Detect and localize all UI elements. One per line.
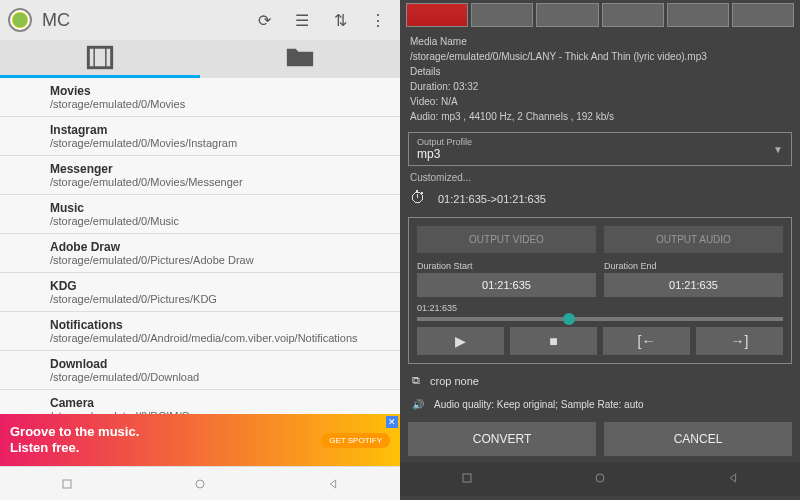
crop-row[interactable]: ⧉ crop none bbox=[400, 368, 800, 393]
recent-icon[interactable] bbox=[59, 476, 75, 492]
duration-text: Duration: 03:32 bbox=[410, 79, 790, 94]
right-phone: Media Name /storage/emulated/0/Music/LAN… bbox=[400, 0, 800, 500]
android-navbar bbox=[400, 462, 800, 496]
trim-start-button[interactable]: [← bbox=[603, 327, 690, 355]
list-icon[interactable]: ☰ bbox=[288, 6, 316, 34]
chevron-down-icon: ▼ bbox=[773, 144, 783, 155]
tab-video[interactable] bbox=[0, 40, 200, 78]
media-info: Media Name /storage/emulated/0/Music/LAN… bbox=[400, 30, 800, 128]
duration-start-label: Duration Start bbox=[417, 261, 596, 271]
list-item[interactable]: Notifications/storage/emulated/0/Android… bbox=[0, 312, 400, 351]
ad-cta-button[interactable]: GET SPOTIFY bbox=[321, 433, 390, 448]
seek-slider-row: 01:21:635 bbox=[417, 303, 783, 321]
refresh-icon[interactable]: ⟳ bbox=[250, 6, 278, 34]
details-label: Details bbox=[410, 64, 790, 79]
list-item[interactable]: Adobe Draw/storage/emulated/0/Pictures/A… bbox=[0, 234, 400, 273]
stop-button[interactable]: ■ bbox=[510, 327, 597, 355]
time-range-row: ⏱ 01:21:635->01:21:635 bbox=[400, 185, 800, 213]
tabs bbox=[0, 40, 400, 78]
home-icon[interactable] bbox=[192, 476, 208, 492]
app-logo-icon bbox=[8, 8, 32, 32]
audio-text: Audio: mp3 , 44100 Hz, 2 Channels , 192 … bbox=[410, 109, 790, 124]
duration-end-label: Duration End bbox=[604, 261, 783, 271]
thumbnail[interactable] bbox=[536, 3, 598, 27]
thumbnail[interactable] bbox=[602, 3, 664, 27]
duration-start-value[interactable]: 01:21:635 bbox=[417, 273, 596, 297]
list-item[interactable]: Movies/storage/emulated/0/Movies bbox=[0, 78, 400, 117]
profile-label: Output Profile bbox=[417, 137, 773, 147]
svg-point-6 bbox=[596, 474, 604, 482]
crop-icon: ⧉ bbox=[412, 374, 420, 387]
clock-icon[interactable]: ⏱ bbox=[410, 189, 430, 209]
back-icon[interactable] bbox=[325, 476, 341, 492]
video-text: Video: N/A bbox=[410, 94, 790, 109]
home-icon[interactable] bbox=[592, 470, 608, 489]
sort-icon[interactable]: ⇅ bbox=[326, 6, 354, 34]
film-icon bbox=[0, 40, 200, 75]
svg-rect-3 bbox=[63, 480, 71, 488]
thumbnail-strip bbox=[400, 0, 800, 30]
profile-value: mp3 bbox=[417, 147, 773, 161]
media-path: /storage/emulated/0/Music/LANY - Thick A… bbox=[410, 49, 790, 64]
thumbnail[interactable] bbox=[732, 3, 794, 27]
android-navbar bbox=[0, 466, 400, 500]
cancel-button[interactable]: CANCEL bbox=[604, 422, 792, 456]
folder-icon bbox=[200, 40, 400, 75]
list-item[interactable]: Instagram/storage/emulated/0/Movies/Inst… bbox=[0, 117, 400, 156]
recent-icon[interactable] bbox=[459, 470, 475, 489]
list-item[interactable]: Music/storage/emulated/0/Music bbox=[0, 195, 400, 234]
list-item[interactable]: Download/storage/emulated/0/Download bbox=[0, 351, 400, 390]
app-title: MC bbox=[42, 10, 240, 31]
thumbnail[interactable] bbox=[667, 3, 729, 27]
ad-text: Groove to the music. Listen free. bbox=[10, 424, 139, 455]
customized-label: Customized... bbox=[400, 170, 800, 185]
svg-rect-5 bbox=[463, 474, 471, 482]
slider-thumb-icon[interactable] bbox=[563, 313, 575, 325]
thumbnail[interactable] bbox=[471, 3, 533, 27]
list-item[interactable]: Camera/storage/emulated/0/DCIM/Camera bbox=[0, 390, 400, 414]
play-button[interactable]: ▶ bbox=[417, 327, 504, 355]
media-name-label: Media Name bbox=[410, 34, 790, 49]
topbar: MC ⟳ ☰ ⇅ ⋮ bbox=[0, 0, 400, 40]
ad-banner[interactable]: Groove to the music. Listen free. GET SP… bbox=[0, 414, 400, 466]
time-range-text: 01:21:635->01:21:635 bbox=[438, 193, 546, 205]
slider-time: 01:21:635 bbox=[417, 303, 783, 313]
control-panel: OUTPUT VIDEO OUTPUT AUDIO Duration Start… bbox=[408, 217, 792, 364]
list-item[interactable]: KDG/storage/emulated/0/Pictures/KDG bbox=[0, 273, 400, 312]
trim-end-button[interactable]: →] bbox=[696, 327, 783, 355]
output-profile-dropdown[interactable]: Output Profile mp3 ▼ bbox=[408, 132, 792, 166]
duration-end-value[interactable]: 01:21:635 bbox=[604, 273, 783, 297]
thumbnail[interactable] bbox=[406, 3, 468, 27]
audio-quality-row[interactable]: 🔊 Audio quality: Keep original; Sample R… bbox=[400, 393, 800, 416]
crop-text: crop none bbox=[430, 375, 479, 387]
folder-list[interactable]: Movies/storage/emulated/0/Movies Instagr… bbox=[0, 78, 400, 414]
svg-point-4 bbox=[196, 480, 204, 488]
svg-rect-0 bbox=[88, 47, 111, 67]
list-item[interactable]: Messenger/storage/emulated/0/Movies/Mess… bbox=[0, 156, 400, 195]
ad-close-icon[interactable]: ✕ bbox=[386, 416, 398, 428]
tab-folder[interactable] bbox=[200, 40, 400, 78]
left-phone: MC ⟳ ☰ ⇅ ⋮ Movies/storage/emulated/0/Mov… bbox=[0, 0, 400, 500]
overflow-icon[interactable]: ⋮ bbox=[364, 6, 392, 34]
seek-slider[interactable] bbox=[417, 317, 783, 321]
speaker-icon: 🔊 bbox=[412, 399, 424, 410]
output-audio-button[interactable]: OUTPUT AUDIO bbox=[604, 226, 783, 253]
back-icon[interactable] bbox=[725, 470, 741, 489]
audio-quality-text: Audio quality: Keep original; Sample Rat… bbox=[434, 399, 644, 410]
convert-button[interactable]: CONVERT bbox=[408, 422, 596, 456]
output-video-button[interactable]: OUTPUT VIDEO bbox=[417, 226, 596, 253]
